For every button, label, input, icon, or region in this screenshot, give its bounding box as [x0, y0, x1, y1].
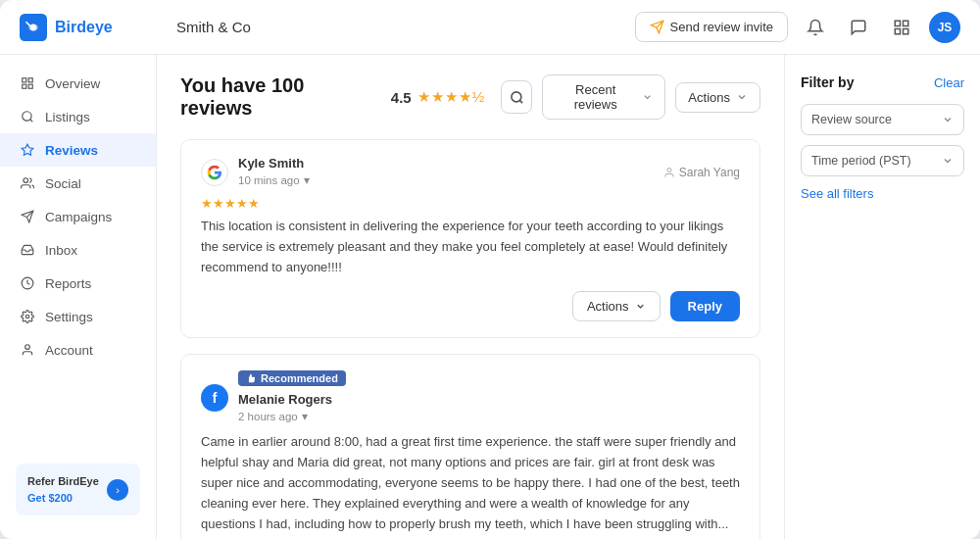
svg-rect-4: [895, 28, 900, 33]
messages-icon[interactable]: [843, 12, 874, 43]
actions-dropdown[interactable]: Actions: [675, 82, 760, 113]
sidebar-item-account[interactable]: Account: [0, 333, 156, 367]
svg-rect-6: [23, 78, 26, 82]
svg-rect-7: [28, 78, 32, 82]
recommended-badge: Recommended: [238, 370, 346, 386]
page-name: Smith & Co: [176, 19, 635, 35]
apps-icon[interactable]: [886, 12, 917, 43]
reply-button[interactable]: Reply: [670, 291, 740, 321]
review-card: f Recommended Melanie Rogers 2 hours ago…: [180, 354, 760, 539]
svg-rect-3: [904, 21, 908, 25]
svg-marker-11: [22, 144, 33, 155]
campaigns-icon: [20, 209, 35, 224]
google-icon: [201, 159, 228, 186]
assigned-user: Sarah Yang: [663, 166, 740, 179]
sidebar-item-reports[interactable]: Reports: [0, 267, 156, 300]
svg-point-12: [24, 178, 28, 183]
send-invite-button[interactable]: Send review invite: [635, 12, 789, 42]
page-title: You have 100 reviews: [180, 74, 375, 120]
svg-point-10: [23, 112, 31, 121]
recent-reviews-dropdown[interactable]: Recent reviews: [542, 74, 665, 120]
avatar[interactable]: JS: [929, 12, 960, 43]
overview-icon: [20, 75, 35, 91]
review-stars: ★★★★★: [201, 196, 740, 211]
time-period-dropdown[interactable]: Time period (PST): [801, 145, 964, 176]
sidebar-item-settings[interactable]: Settings: [0, 300, 156, 333]
review-time: 2 hours ago: [238, 411, 298, 422]
notifications-icon[interactable]: [800, 12, 831, 43]
sidebar-item-overview[interactable]: Overview: [0, 67, 156, 100]
sidebar-item-social[interactable]: Social: [0, 167, 156, 200]
reports-icon: [20, 275, 35, 291]
review-text: This location is consistent in deliverin…: [201, 217, 740, 277]
review-source-dropdown[interactable]: Review source: [801, 104, 964, 135]
svg-point-17: [667, 168, 671, 172]
reviews-icon: [20, 142, 35, 158]
inbox-icon: [20, 242, 35, 258]
svg-rect-2: [895, 21, 900, 25]
reviewer-name: Kyle Smith: [238, 156, 654, 171]
filter-title: Filter by: [801, 74, 854, 90]
account-icon: [20, 342, 35, 358]
filter-panel: Filter by Clear Review source Time perio…: [784, 55, 980, 539]
reviews-content: You have 100 reviews 4.5 ★★★★½ Recent re…: [157, 55, 784, 539]
review-text: Came in earlier around 8:00, had a great…: [201, 432, 740, 539]
see-all-filters-link[interactable]: See all filters: [801, 186, 964, 201]
rating-stars: ★★★★½: [417, 88, 486, 106]
svg-rect-5: [904, 28, 908, 33]
sidebar-item-inbox[interactable]: Inbox: [0, 233, 156, 267]
logo: Birdeye: [20, 14, 176, 41]
svg-point-16: [512, 91, 521, 101]
refer-arrow-icon: ›: [107, 479, 128, 501]
sidebar-item-campaigns[interactable]: Campaigns: [0, 200, 156, 233]
sidebar-item-listings[interactable]: Listings: [0, 100, 156, 133]
svg-point-14: [25, 315, 29, 318]
svg-point-15: [25, 345, 30, 350]
clear-link[interactable]: Clear: [934, 75, 964, 90]
review-card: Kyle Smith 10 mins ago ▾ Sarah Yang ★★★★…: [180, 139, 760, 338]
reviewer-name: Melanie Rogers: [238, 392, 740, 407]
listings-icon: [20, 109, 35, 124]
refer-card[interactable]: Refer BirdEye Get $200 ›: [16, 464, 140, 515]
sidebar-item-reviews[interactable]: Reviews: [0, 133, 156, 167]
facebook-icon: f: [201, 384, 228, 412]
svg-rect-8: [23, 84, 26, 88]
social-icon: [20, 175, 35, 191]
search-button[interactable]: [501, 80, 532, 114]
review-time: 10 mins ago: [238, 174, 300, 186]
settings-icon: [20, 309, 35, 324]
actions-button[interactable]: Actions: [572, 291, 661, 321]
rating-number: 4.5: [391, 89, 412, 106]
svg-point-1: [30, 24, 37, 30]
svg-rect-9: [28, 84, 32, 88]
